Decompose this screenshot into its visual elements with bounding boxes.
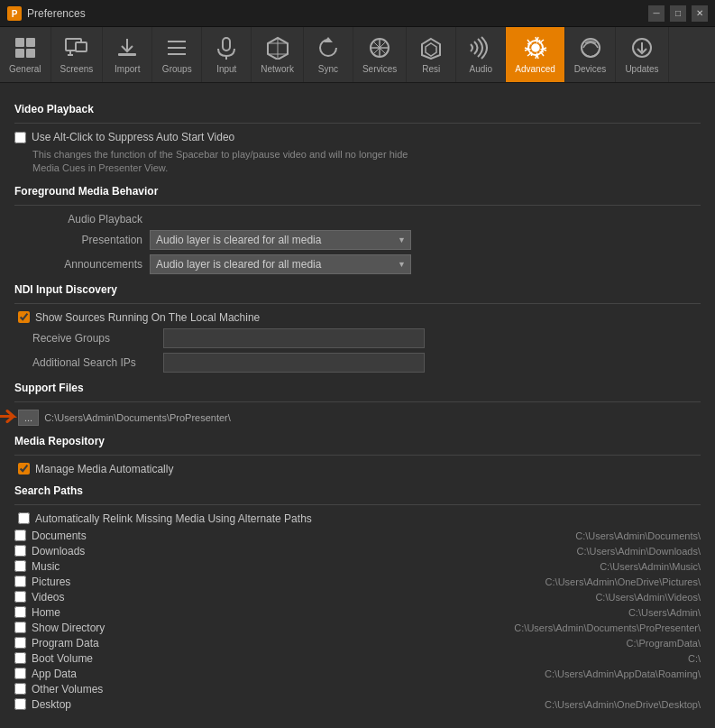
path-row-bootvolume: Boot Volume C:\ xyxy=(14,652,701,665)
path-checkbox-bootvolume[interactable] xyxy=(14,652,26,664)
path-value-videos: C:\Users\Admin\Videos\ xyxy=(159,592,701,603)
tab-general[interactable]: General xyxy=(0,27,51,82)
divider-5 xyxy=(14,455,701,456)
tab-sync[interactable]: Sync xyxy=(304,27,353,82)
tab-resi[interactable]: Resi xyxy=(407,27,456,82)
title-bar: P Preferences ─ □ ✕ xyxy=(0,0,715,27)
presentation-select[interactable]: Audio layer is cleared for all media Aud… xyxy=(150,230,411,250)
svg-rect-7 xyxy=(76,42,87,51)
path-label-documents: Documents xyxy=(32,530,87,542)
path-row-music: Music C:\Users\Admin\Music\ xyxy=(14,560,701,573)
sync-icon xyxy=(316,35,341,60)
additional-ips-row: Additional Search IPs xyxy=(32,353,701,373)
path-checkbox-pictures[interactable] xyxy=(14,576,26,587)
path-checkbox-home[interactable] xyxy=(14,606,26,618)
general-icon xyxy=(13,35,38,60)
manage-media-checkbox[interactable] xyxy=(18,463,30,475)
path-checkbox-othervolumes[interactable] xyxy=(14,683,26,695)
path-checkbox-music[interactable] xyxy=(14,560,26,572)
audio-icon xyxy=(468,35,493,60)
foreground-media-title: Foreground Media Behavior xyxy=(14,185,701,198)
path-checkbox-showdir[interactable] xyxy=(14,622,26,633)
audio-playback-row: Audio Playback xyxy=(32,213,701,226)
tab-groups[interactable]: Groups xyxy=(152,27,202,82)
tab-services[interactable]: Services xyxy=(353,27,407,82)
svg-rect-5 xyxy=(26,49,35,58)
path-value-programdata: C:\ProgramData\ xyxy=(159,638,701,649)
show-sources-label: Show Sources Running On The Local Machin… xyxy=(35,311,260,324)
resi-icon xyxy=(418,35,444,60)
additional-ips-label: Additional Search IPs xyxy=(32,356,163,369)
tab-advanced[interactable]: Advanced xyxy=(506,27,564,82)
path-row-appdata: App Data C:\Users\Admin\AppData\Roaming\ xyxy=(14,668,701,680)
path-label-videos: Videos xyxy=(32,591,64,604)
path-value-music: C:\Users\Admin\Music\ xyxy=(159,561,701,572)
tab-network[interactable]: Network xyxy=(252,27,304,82)
suppress-video-label: Use Alt-Click to Suppress Auto Start Vid… xyxy=(32,131,234,143)
tab-resi-label: Resi xyxy=(422,64,440,74)
tab-input[interactable]: Input xyxy=(202,27,252,82)
app-icon: P xyxy=(7,6,22,21)
network-icon xyxy=(265,35,290,60)
tab-audio[interactable]: Audio xyxy=(456,27,506,82)
window-title: Preferences xyxy=(27,7,648,20)
path-row-videos: Videos C:\Users\Admin\Videos\ xyxy=(14,591,701,604)
path-value-desktop: C:\Users\Admin\OneDrive\Desktop\ xyxy=(159,699,701,710)
path-checkbox-videos[interactable] xyxy=(14,591,26,603)
path-label-showdir: Show Directory xyxy=(32,622,105,634)
svg-text:P: P xyxy=(12,9,18,19)
minimize-button[interactable]: ─ xyxy=(648,5,665,22)
tab-screens[interactable]: Screens xyxy=(51,27,104,82)
suppress-video-row: Use Alt-Click to Suppress Auto Start Vid… xyxy=(14,131,701,143)
path-checkbox-desktop[interactable] xyxy=(14,698,26,710)
search-paths-list: Documents C:\Users\Admin\Documents\ Down… xyxy=(14,530,701,711)
announcements-row: Announcements Audio layer is cleared for… xyxy=(32,254,701,274)
divider-4 xyxy=(14,401,701,402)
support-files-title: Support Files xyxy=(14,382,701,394)
media-repository-title: Media Repository xyxy=(14,435,701,447)
window-controls: ─ □ ✕ xyxy=(648,5,708,22)
path-label-downloads: Downloads xyxy=(32,545,85,558)
maximize-button[interactable]: □ xyxy=(670,5,686,22)
tab-devices[interactable]: Devices xyxy=(565,27,617,82)
announcements-label: Announcements xyxy=(32,258,150,271)
tab-groups-label: Groups xyxy=(162,64,192,74)
tab-advanced-label: Advanced xyxy=(515,64,555,74)
close-button[interactable]: ✕ xyxy=(692,5,708,22)
auto-relink-checkbox[interactable] xyxy=(18,512,30,524)
screens-icon xyxy=(64,35,89,60)
announcements-select[interactable]: Audio layer is cleared for all media Aud… xyxy=(150,254,411,274)
tab-devices-label: Devices xyxy=(574,64,607,74)
tab-updates[interactable]: Updates xyxy=(616,27,668,82)
path-row-desktop: Desktop C:\Users\Admin\OneDrive\Desktop\ xyxy=(14,698,701,711)
path-checkbox-documents[interactable] xyxy=(14,530,26,541)
toolbar: General Screens Import xyxy=(0,27,715,83)
tab-import-label: Import xyxy=(115,64,140,74)
svg-rect-3 xyxy=(26,38,35,47)
tab-general-label: General xyxy=(9,64,41,74)
path-checkbox-downloads[interactable] xyxy=(14,545,26,557)
announcements-select-wrapper: Audio layer is cleared for all media Aud… xyxy=(150,254,411,274)
suppress-video-hint: This changes the function of the Spaceba… xyxy=(32,148,701,176)
arrow-indicator xyxy=(0,407,23,425)
devices-icon xyxy=(578,35,603,60)
updates-icon xyxy=(629,35,655,60)
path-label-home: Home xyxy=(32,606,60,619)
tab-import[interactable]: Import xyxy=(103,27,152,82)
svg-marker-23 xyxy=(426,43,436,56)
show-sources-checkbox[interactable] xyxy=(18,311,30,323)
divider-2 xyxy=(14,205,701,206)
path-row-othervolumes: Other Volumes xyxy=(14,683,701,696)
path-label-bootvolume: Boot Volume xyxy=(32,652,93,665)
path-checkbox-appdata[interactable] xyxy=(14,668,26,679)
audio-playback-label: Audio Playback xyxy=(32,213,150,226)
additional-ips-input[interactable] xyxy=(163,353,425,373)
suppress-video-checkbox[interactable] xyxy=(14,132,26,143)
path-value-bootvolume: C:\ xyxy=(159,653,701,664)
import-icon xyxy=(115,35,140,60)
path-row-downloads: Downloads C:\Users\Admin\Downloads\ xyxy=(14,545,701,558)
path-checkbox-programdata[interactable] xyxy=(14,637,26,649)
path-value-appdata: C:\Users\Admin\AppData\Roaming\ xyxy=(159,668,701,679)
receive-groups-input[interactable] xyxy=(163,328,425,348)
presentation-label: Presentation xyxy=(32,234,150,246)
